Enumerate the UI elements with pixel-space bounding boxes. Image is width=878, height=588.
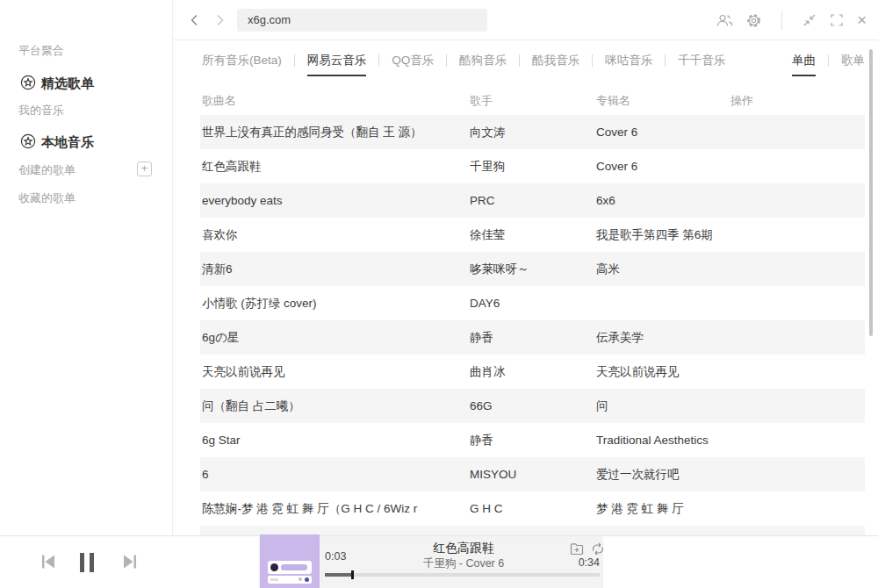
close-icon[interactable]: × <box>857 13 867 27</box>
song-list: 世界上没有真正的感同身受（翻自 王 源） 向文涛 Cover 6 红色高跟鞋 千… <box>200 115 865 526</box>
star-circle-icon <box>20 133 36 149</box>
top-bar: x6g.com <box>173 0 878 40</box>
fullscreen-icon[interactable] <box>830 13 844 27</box>
star-circle-icon <box>20 75 36 90</box>
table-row[interactable]: 陈慧娴-梦 港 霓 虹 舞 厅（G H C / 6Wiz r G H C 梦 港… <box>200 491 865 526</box>
album-cell: Traditional Aesthetics <box>596 434 730 447</box>
table-row[interactable]: 世界上没有真正的感同身受（翻自 王 源） 向文涛 Cover 6 <box>200 115 865 149</box>
forward-icon[interactable] <box>212 13 227 27</box>
users-icon[interactable] <box>716 13 733 28</box>
album-cell: 爱过一次就行吧 <box>596 467 730 483</box>
table-row[interactable]: 小情歌 (苏打绿 cover) DAY6 <box>200 286 865 320</box>
artist-cell: 哆莱咪呀～ <box>470 262 596 277</box>
album-art-avatar <box>270 563 278 571</box>
album-art-footer-card <box>268 576 312 584</box>
sidebar-item-created-playlists[interactable]: 创建的歌单 <box>18 162 76 178</box>
tab-separator <box>828 54 829 67</box>
sidebar-item-label: 本地音乐 <box>41 134 94 151</box>
artist-cell: 曲肖冰 <box>470 364 596 380</box>
settings-gear-icon[interactable] <box>746 13 761 28</box>
tab-kuwo[interactable]: 酷我音乐 <box>532 53 579 76</box>
song-name-cell: 喜欢你 <box>200 227 470 243</box>
tab-qq-music[interactable]: QQ音乐 <box>392 53 434 76</box>
album-cell: 问 <box>596 398 730 414</box>
add-to-playlist-icon[interactable] <box>570 542 584 556</box>
sidebar-item-collected-playlists[interactable]: 收藏的歌单 <box>18 190 76 206</box>
table-row[interactable]: 红色高跟鞋 千里狗 Cover 6 <box>200 149 865 183</box>
tab-migu[interactable]: 咪咕音乐 <box>605 53 652 76</box>
source-tabs: 所有音乐(Beta) 网易云音乐 QQ音乐 酷狗音乐 酷我音乐 咪咕音乐 千千音… <box>202 53 865 81</box>
repeat-icon[interactable] <box>591 542 605 556</box>
sidebar-item-featured-playlists[interactable]: 精选歌单 <box>0 74 173 95</box>
album-cell: Cover 6 <box>596 160 730 173</box>
main-content: x6g.com <box>173 0 878 535</box>
table-row[interactable]: 问（翻自 占二曦） 66G 问 <box>200 389 865 423</box>
table-row[interactable]: 清新6 哆莱咪呀～ 高米 <box>200 252 865 286</box>
window-controls: × <box>716 0 867 40</box>
table-row[interactable]: 天亮以前说再见 曲肖冰 天亮以前说再见 <box>200 355 865 389</box>
sidebar-item-label: 精选歌单 <box>41 75 94 92</box>
album-cell: 我是歌手第四季 第6期 <box>596 227 730 243</box>
tab-singles[interactable]: 单曲 <box>792 53 816 76</box>
back-icon[interactable] <box>188 13 202 27</box>
album-art-text-pill <box>281 564 307 570</box>
column-artist: 歌手 <box>470 93 596 109</box>
song-artist-album: 千里狗 - Cover 6 <box>361 556 566 571</box>
toolbar-divider <box>781 11 782 30</box>
tab-separator <box>665 54 666 67</box>
song-name-cell: 6g Star <box>200 434 470 447</box>
tab-qianqian[interactable]: 千千音乐 <box>678 53 725 76</box>
table-row[interactable]: everybody eats PRC 6x6 <box>200 183 865 218</box>
mode-tabs: 单曲 歌单 <box>792 53 865 76</box>
tab-kugou[interactable]: 酷狗音乐 <box>459 53 507 76</box>
artist-cell: 66G <box>470 399 596 412</box>
artist-cell: DAY6 <box>470 297 596 310</box>
table-row[interactable]: 6g Star 静香 Traditional Aesthetics <box>200 423 865 457</box>
sidebar-section-platform: 平台聚合 <box>18 43 64 59</box>
tab-playlists[interactable]: 歌单 <box>841 53 865 76</box>
progress-handle[interactable] <box>351 570 354 579</box>
table-row[interactable]: 喜欢你 徐佳莹 我是歌手第四季 第6期 <box>200 218 865 252</box>
progress-bar[interactable] <box>325 573 600 577</box>
tab-separator <box>519 54 520 67</box>
song-title: 红色高跟鞋 <box>361 541 566 556</box>
album-cell: 梦 港 霓 虹 舞 厅 <box>596 501 730 517</box>
song-name-cell: 世界上没有真正的感同身受（翻自 王 源） <box>200 125 470 140</box>
tab-netease[interactable]: 网易云音乐 <box>307 53 367 76</box>
artist-cell: MISYOU <box>470 468 596 481</box>
table-row[interactable]: 6 MISYOU 爱过一次就行吧 <box>200 457 865 491</box>
sidebar-item-local-music[interactable]: 本地音乐 <box>0 133 173 154</box>
search-input[interactable]: x6g.com <box>237 9 487 32</box>
minimize-window-icon[interactable] <box>802 13 817 27</box>
song-name-cell: 6 <box>200 468 470 481</box>
app-window: 平台聚合 精选歌单 我的音乐 本地音乐 创建的歌单 + 收藏的歌单 <box>0 0 878 588</box>
add-playlist-button[interactable]: + <box>137 161 152 176</box>
previous-track-icon[interactable] <box>40 554 56 570</box>
tab-separator <box>446 54 447 67</box>
tab-separator <box>294 54 295 67</box>
artist-cell: 千里狗 <box>470 159 596 175</box>
tab-all-music[interactable]: 所有音乐(Beta) <box>202 53 282 76</box>
table-header: 歌曲名 歌手 专辑名 操作 <box>200 87 865 115</box>
album-art-dot <box>305 577 309 582</box>
sidebar-section-my-music: 我的音乐 <box>18 103 64 118</box>
song-name-cell: everybody eats <box>200 194 470 207</box>
song-name-cell: 天亮以前说再见 <box>200 364 470 380</box>
artist-cell: 静香 <box>470 330 596 346</box>
table-row[interactable]: 6gの星 静香 伝承美学 <box>200 320 865 355</box>
album-art[interactable] <box>260 534 320 588</box>
artist-cell: G H C <box>470 502 596 515</box>
artist-cell: 向文涛 <box>470 125 596 140</box>
album-cell: 高米 <box>596 262 730 277</box>
sidebar: 平台聚合 精选歌单 我的音乐 本地音乐 创建的歌单 + 收藏的歌单 <box>0 0 173 535</box>
album-cell: Cover 6 <box>596 125 730 139</box>
artist-cell: PRC <box>470 194 596 207</box>
album-art-dash <box>270 578 278 581</box>
pause-icon[interactable] <box>80 553 97 572</box>
song-name-cell: 问（翻自 占二曦） <box>200 398 470 414</box>
total-time: 0:34 <box>579 556 600 569</box>
column-album: 专辑名 <box>596 93 730 109</box>
next-track-icon[interactable] <box>122 554 139 570</box>
vertical-scrollbar[interactable] <box>869 49 873 336</box>
tab-separator <box>592 54 593 67</box>
